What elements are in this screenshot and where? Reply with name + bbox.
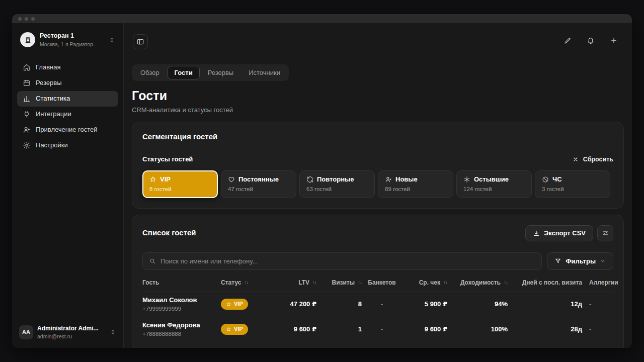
star-icon — [149, 176, 156, 183]
restaurant-address: Москва, 1-я Радиатор... — [40, 41, 104, 48]
filters-button[interactable]: Фильтры — [547, 252, 613, 270]
sidebar-item-settings[interactable]: Настройки — [17, 138, 118, 153]
close-icon — [573, 156, 579, 162]
sidebar-item-statistics[interactable]: Статистика — [17, 91, 118, 107]
status-card-blacklist[interactable]: ЧС 3 гостей — [535, 170, 610, 198]
guest-list-card: Список гостей Экспорт CSV — [132, 215, 624, 348]
status-card-repeat[interactable]: Повторные 63 гостей — [299, 170, 375, 198]
window-minimize-button[interactable] — [25, 17, 28, 21]
table-settings-button[interactable] — [597, 225, 613, 241]
sort-icon: ↑↓ — [358, 280, 362, 286]
guest-name: Михаил Соколов — [142, 296, 221, 304]
user-plus-icon — [385, 176, 392, 183]
restaurant-logo — [20, 32, 35, 47]
reset-filter-button[interactable]: Сбросить — [573, 156, 613, 163]
guest-table: Гость Статус↑↓ LTV↑↓ Визиты↑↓ Банкетов С… — [142, 279, 613, 342]
notifications-button[interactable] — [587, 37, 595, 45]
avatar: AA — [19, 325, 33, 339]
table-row[interactable]: Ксения Федорова +78888888888 VIP 9 600 ₽… — [142, 317, 613, 342]
main-area: Обзор Гости Резервы Источники Гости CRM-… — [124, 23, 632, 348]
column-header-ltv[interactable]: LTV↑↓ — [274, 279, 316, 287]
guest-ltv: 47 200 ₽ — [274, 300, 316, 308]
page-title: Гости — [132, 88, 624, 104]
status-card-new[interactable]: Новые 89 гостей — [378, 170, 453, 198]
tab-overview[interactable]: Обзор — [133, 66, 167, 79]
guest-yield: 94% — [447, 300, 508, 308]
refresh-icon — [306, 176, 313, 183]
status-card-regulars[interactable]: Постоянные 47 гостей — [221, 170, 296, 198]
user-plus-icon — [23, 126, 31, 134]
column-header-visits[interactable]: Визиты↑↓ — [316, 279, 362, 287]
sidebar-item-label: Статистика — [36, 95, 70, 103]
guest-banquets: - — [362, 325, 402, 333]
user-name: Administrator Admi... — [37, 325, 106, 332]
tab-guests[interactable]: Гости — [168, 66, 200, 79]
export-csv-button[interactable]: Экспорт CSV — [525, 225, 593, 241]
status-badge: VIP — [221, 324, 248, 335]
search-icon — [149, 257, 156, 264]
star-icon — [226, 327, 231, 332]
search-input[interactable] — [160, 257, 535, 265]
guest-allergies: - — [582, 325, 613, 333]
sidebar-toggle-button[interactable] — [133, 34, 148, 49]
sidebar-item-integrations[interactable]: Интеграции — [17, 107, 118, 122]
tab-reserves[interactable]: Резервы — [201, 66, 241, 79]
status-badge: VIP — [221, 299, 248, 310]
page-subtitle: CRM-аналитика и статусы гостей — [132, 106, 624, 114]
heart-icon — [228, 176, 235, 183]
bell-icon — [587, 37, 595, 45]
guest-days-since: 12д — [508, 300, 582, 308]
building-icon — [24, 36, 32, 44]
add-button[interactable] — [610, 37, 618, 45]
segmentation-card: Сегментация гостей Статусы гостей Сброси… — [132, 122, 624, 209]
window-close-button[interactable] — [18, 17, 22, 21]
tab-bar: Обзор Гости Резервы Источники — [132, 64, 289, 81]
segmentation-title: Сегментация гостей — [142, 132, 613, 142]
window-titlebar — [12, 14, 632, 23]
guest-phone: +79999999999 — [142, 305, 221, 312]
column-header-days-since: Дней с посл. визита — [508, 279, 582, 287]
sidebar-item-label: Интеграции — [36, 110, 71, 118]
status-card-vip[interactable]: VIP 8 гостей — [142, 170, 218, 198]
calendar-icon — [23, 79, 31, 87]
guest-visits: 1 — [316, 325, 362, 333]
sidebar-item-label: Главная — [36, 63, 60, 71]
edit-button[interactable] — [564, 37, 572, 45]
window-zoom-button[interactable] — [31, 17, 35, 21]
tab-sources[interactable]: Источники — [242, 66, 287, 79]
guest-yield: 100% — [447, 325, 508, 333]
guest-visits: 8 — [316, 300, 362, 308]
status-card-cooled[interactable]: Остывшие 124 гостей — [456, 170, 532, 198]
user-menu[interactable]: AA Administrator Admi... admin@rest.ru — [17, 323, 118, 342]
column-header-avg-check[interactable]: Ср. чек↑↓ — [402, 279, 447, 287]
topbar — [124, 23, 632, 49]
plug-icon — [23, 110, 31, 118]
restaurant-selector[interactable]: Ресторан 1 Москва, 1-я Радиатор... — [17, 30, 118, 50]
sidebar-nav: Главная Резервы Статистика Интеграции Пр… — [17, 60, 118, 153]
guest-ltv: 9 600 ₽ — [274, 325, 316, 333]
chevron-down-icon — [600, 258, 606, 264]
ban-icon — [542, 176, 549, 183]
guest-days-since: 28д — [508, 325, 582, 333]
column-header-allergies: Аллергии — [582, 279, 613, 287]
sidebar-item-label: Резервы — [36, 79, 62, 87]
guest-banquets: - — [362, 300, 402, 308]
bar-chart-icon — [23, 95, 31, 103]
guest-avg-check: 9 600 ₽ — [402, 325, 447, 333]
sidebar-item-label: Привлечение гостей — [36, 126, 98, 134]
page-content: Обзор Гости Резервы Источники Гости CRM-… — [124, 49, 632, 348]
app-window: Ресторан 1 Москва, 1-я Радиатор... Главн… — [12, 14, 632, 348]
sidebar-item-reserves[interactable]: Резервы — [17, 75, 118, 91]
sidebar-item-home[interactable]: Главная — [17, 60, 118, 75]
table-row[interactable]: Михаил Соколов +79999999999 VIP 47 200 ₽… — [142, 292, 613, 317]
snowflake-icon — [463, 176, 470, 183]
column-header-status[interactable]: Статус↑↓ — [221, 279, 274, 287]
chevrons-up-down-icon — [109, 37, 115, 43]
search-box — [142, 252, 542, 270]
column-header-yield[interactable]: Доходимость↑↓ — [447, 279, 508, 287]
home-icon — [23, 63, 31, 71]
guest-list-title: Список гостей — [142, 228, 196, 238]
chevrons-up-down-icon — [110, 329, 116, 335]
sliders-icon — [602, 229, 609, 237]
sidebar-item-guest-acquisition[interactable]: Привлечение гостей — [17, 122, 118, 138]
